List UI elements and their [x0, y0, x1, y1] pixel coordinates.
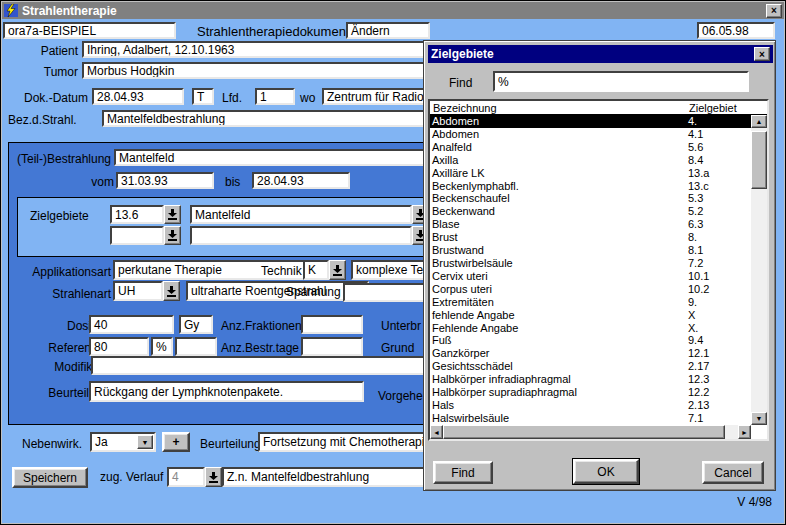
- list-item[interactable]: Hals 2.13: [430, 399, 751, 412]
- teil-bestrahlung-label: (Teil-)Bestrahlung: [17, 152, 111, 166]
- list-item[interactable]: Brustwirbelsäule 7.2: [430, 257, 751, 270]
- list-item[interactable]: Beckenwand 5.2: [430, 205, 751, 218]
- list-item-code: 12.1: [688, 347, 709, 360]
- list-item[interactable]: Corpus uteri 10.2: [430, 283, 751, 296]
- list-item[interactable]: Halswirbelsäule 7.1: [430, 412, 751, 425]
- list-item-name: Gesichtsschädel: [432, 360, 513, 373]
- mode-field[interactable]: Ändern: [346, 22, 430, 39]
- current-date-field[interactable]: 06.05.98: [697, 22, 775, 39]
- close-icon: ×: [771, 5, 777, 16]
- window-close-button[interactable]: ×: [766, 4, 782, 18]
- list-item-code: 12.2: [688, 386, 709, 399]
- scroll-down-button[interactable]: ▼: [751, 412, 767, 425]
- anz-fraktionen-label: Anz.Fraktionen: [221, 319, 302, 333]
- list-item-code: 10.1: [688, 270, 709, 283]
- strahlenart-name-field[interactable]: ultraharte Roentgenstrahl: [186, 281, 369, 301]
- list-item[interactable]: Axilla 8.4: [430, 154, 751, 167]
- technik-code-field[interactable]: K: [303, 260, 329, 280]
- close-icon: ×: [759, 49, 765, 60]
- dialog-close-button[interactable]: ×: [754, 47, 770, 61]
- zielgebiet-name-field-1[interactable]: Mantelfeld: [190, 205, 412, 224]
- list-item-name: Extremitäten: [432, 296, 494, 309]
- list-item[interactable]: Abdomen 4.1: [430, 128, 751, 141]
- list-item-code: X.: [688, 322, 698, 335]
- list-item[interactable]: Beckenlymphabfl. 13.c: [430, 180, 751, 193]
- strahlenart-lov-button[interactable]: [163, 281, 180, 301]
- window-titlebar: Strahlentherapie ×: [2, 2, 784, 19]
- scroll-down-icon: ▼: [756, 415, 763, 422]
- find-input[interactable]: %: [493, 71, 749, 92]
- list-item[interactable]: Brust 8.: [430, 231, 751, 244]
- list-item-name: Abdomen: [432, 115, 479, 128]
- referenz-field[interactable]: 80: [89, 337, 149, 356]
- strahlenart-code-field[interactable]: UH: [113, 281, 163, 301]
- list-item[interactable]: Halbkörper supradiaphragmal 12.2: [430, 386, 751, 399]
- list-item[interactable]: Halbkörper infradiaphragmal 12.3: [430, 373, 751, 386]
- list-item[interactable]: Axilläre LK 13.a: [430, 167, 751, 180]
- scroll-right-button[interactable]: ►: [738, 425, 751, 439]
- horizontal-scrollbar[interactable]: ◄ ►: [430, 425, 751, 439]
- list-item-name: Brustwand: [432, 244, 484, 257]
- find-label: Find: [449, 76, 472, 90]
- lov-down-arrow-icon: [209, 472, 218, 483]
- nebenwirk-add-button[interactable]: +: [162, 432, 190, 452]
- list-item[interactable]: Brustwand 8.1: [430, 244, 751, 257]
- list-item[interactable]: Fuß 9.4: [430, 334, 751, 347]
- bis-field[interactable]: 28.04.93: [252, 172, 350, 189]
- zielgebiet-code-lov-button-1[interactable]: [164, 205, 181, 224]
- list-item-code: 2.13: [688, 399, 709, 412]
- zielgebiet-name-field-2[interactable]: [190, 226, 412, 245]
- list-item-code: 10.2: [688, 283, 709, 296]
- list-item-code: 13.c: [688, 180, 709, 193]
- list-item[interactable]: Fehlende Angabe X.: [430, 322, 751, 335]
- zielgebiet-code-field-1[interactable]: 13.6: [110, 205, 164, 224]
- list-item-name: Ganzkörper: [432, 347, 489, 360]
- beurteilung-field[interactable]: Rückgang der Lymphknotenpakete.: [89, 381, 364, 402]
- list-item[interactable]: Ganzkörper 12.1: [430, 347, 751, 360]
- dok-datum-field[interactable]: 28.04.93: [92, 88, 184, 105]
- lfd-field[interactable]: 1: [255, 88, 295, 105]
- list-item[interactable]: Blase 6.3: [430, 218, 751, 231]
- ok-button[interactable]: OK: [573, 459, 639, 484]
- scroll-left-button[interactable]: ◄: [430, 425, 443, 439]
- ok-button-ring: OK: [572, 458, 640, 485]
- list-item[interactable]: Extremitäten 9.: [430, 296, 751, 309]
- dosis-field[interactable]: 40: [89, 315, 174, 334]
- list-item[interactable]: Analfeld 5.6: [430, 141, 751, 154]
- zielgebiet-code-field-2[interactable]: [110, 226, 164, 245]
- dosis-unit-field[interactable]: Gy: [179, 315, 213, 334]
- scroll-up-icon: ▲: [756, 118, 763, 125]
- horizontal-scroll-thumb[interactable]: [443, 425, 725, 439]
- vertical-scrollbar[interactable]: ▲ ▼: [751, 115, 767, 425]
- list-item[interactable]: Abdomen 4.: [430, 115, 751, 128]
- target-list: Bezeichnung Zielgebiet Abdomen 4. Abdome…: [428, 99, 769, 441]
- list-item-name: Analfeld: [432, 141, 472, 154]
- vom-field[interactable]: 31.03.93: [116, 172, 214, 189]
- find-button[interactable]: Find: [433, 461, 493, 484]
- dok-t-field[interactable]: T: [192, 88, 214, 105]
- scroll-left-icon: ◄: [433, 429, 440, 436]
- anz-fraktionen-field[interactable]: [301, 315, 363, 334]
- list-item-code: 2.17: [688, 360, 709, 373]
- verlauf-nr-field[interactable]: 4: [167, 467, 205, 487]
- scroll-up-button[interactable]: ▲: [751, 115, 767, 128]
- nebenwirk-combo[interactable]: Ja ▼: [90, 432, 156, 452]
- list-item[interactable]: Cervix uteri 10.1: [430, 270, 751, 283]
- anz-bestr-tage-field[interactable]: [301, 337, 363, 356]
- window-title: Strahlentherapie: [22, 4, 117, 18]
- speichern-button[interactable]: Speichern: [12, 467, 88, 488]
- zielgebiet-code-lov-button-2[interactable]: [164, 226, 181, 245]
- form-id-field[interactable]: ora7a-BEISPIEL: [3, 22, 176, 39]
- referenz-unit-field[interactable]: %: [151, 337, 173, 356]
- list-item[interactable]: Gesichtsschädel 2.17: [430, 360, 751, 373]
- list-item[interactable]: fehlende Angabe X: [430, 309, 751, 322]
- list-item[interactable]: Beckenschaufel 5.3: [430, 192, 751, 205]
- referenz-extra-field[interactable]: [175, 337, 217, 356]
- technik-lov-button[interactable]: [329, 260, 346, 280]
- verlauf-lov-button[interactable]: [205, 467, 222, 487]
- list-item-name: Halbkörper supradiaphragmal: [432, 386, 577, 399]
- combo-arrow-icon[interactable]: ▼: [137, 435, 153, 449]
- vertical-scroll-thumb[interactable]: [751, 131, 767, 189]
- cancel-button[interactable]: Cancel: [702, 461, 764, 484]
- list-item-name: Abdomen: [432, 128, 479, 141]
